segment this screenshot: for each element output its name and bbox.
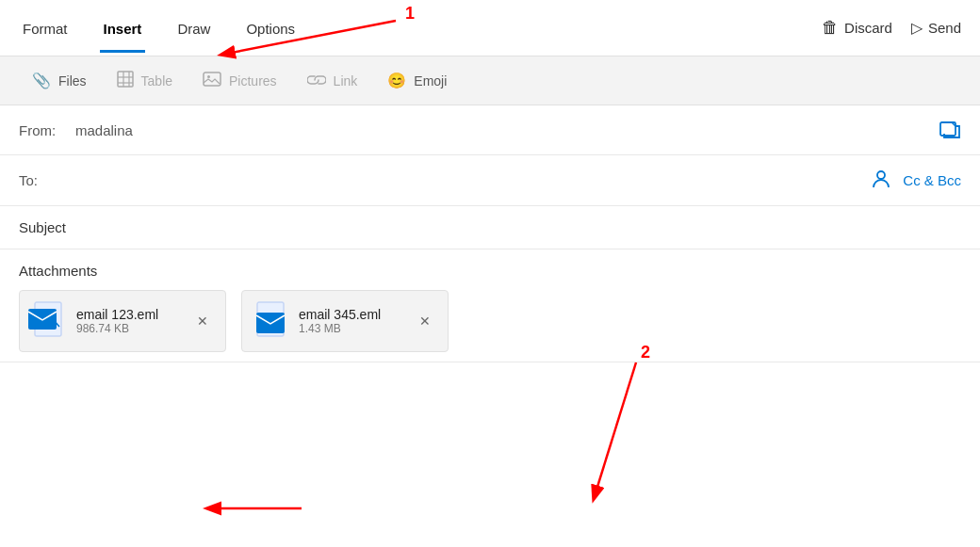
from-value: madalina [75,122,939,138]
cc-bcc-label[interactable]: Cc & Bcc [903,172,961,188]
attachment-info: email 345.eml 1.43 MB [299,307,397,335]
send-button[interactable]: ▷ Send [911,19,961,37]
svg-rect-12 [256,313,285,333]
emoji-label: Emoji [414,73,447,88]
link-label: Link [334,73,358,88]
toolbar: 📎 Files Table Pictures [0,56,980,105]
emoji-icon: 😊 [387,72,406,89]
discard-label: Discard [844,20,892,36]
svg-line-15 [594,362,636,499]
files-label: Files [58,73,87,88]
link-button[interactable]: Link [294,65,371,97]
discard-icon: 🗑 [822,18,839,38]
tab-format[interactable]: Format [19,4,72,53]
nav-bar: Format Insert Draw Options 🗑 Discard ▷ S… [0,0,980,56]
attachment-size: 986.74 KB [76,322,174,335]
attachments-section: Attachments [0,249,980,362]
attachment-file-icon [33,300,67,342]
pictures-icon [203,71,221,91]
attachment-name: email 345.eml [299,307,397,322]
files-icon: 📎 [32,72,51,89]
nav-actions: 🗑 Discard ▷ Send [822,18,961,38]
attachment-close-button[interactable]: ✕ [193,310,212,332]
to-label: To: [19,172,75,188]
svg-rect-0 [118,72,133,87]
attachment-size: 1.43 MB [299,322,397,335]
tab-insert[interactable]: Insert [100,4,146,53]
send-label: Send [928,20,961,36]
pictures-label: Pictures [229,73,277,88]
svg-point-6 [207,75,210,78]
files-button[interactable]: 📎 Files [19,64,100,97]
person-icon[interactable] [871,169,891,192]
from-label: From: [19,122,75,138]
attachment-item: email 123.eml 986.74 KB ✕ [19,290,226,352]
subject-label: Subject [19,219,66,235]
attachment-close-button[interactable]: ✕ [416,310,434,332]
attachments-label: Attachments [19,263,961,279]
nav-tabs: Format Insert Draw Options [19,4,822,53]
svg-point-8 [877,171,885,179]
discard-button[interactable]: 🗑 Discard [822,18,892,38]
email-form: From: madalina To: Cc & Bcc Subject [0,105,980,362]
svg-rect-11 [28,309,57,330]
to-actions: Cc & Bcc [871,169,961,192]
table-icon [117,71,134,91]
from-field: From: madalina [0,105,980,155]
from-action[interactable] [939,119,961,141]
attachment-name: email 123.eml [76,307,174,322]
tab-draw[interactable]: Draw [173,4,214,53]
attachment-item: email 345.eml 1.43 MB ✕ [241,290,449,352]
send-icon: ▷ [911,19,923,37]
tab-options[interactable]: Options [242,4,299,53]
pictures-button[interactable]: Pictures [189,63,290,99]
table-label: Table [141,73,172,88]
to-field: To: Cc & Bcc [0,155,980,206]
emoji-button[interactable]: 😊 Emoji [374,64,460,97]
attachment-file-icon [255,300,289,342]
attachments-list: email 123.eml 986.74 KB ✕ [19,290,961,352]
attachment-info: email 123.eml 986.74 KB [76,307,174,335]
svg-rect-5 [204,72,220,86]
link-icon [307,72,326,89]
table-button[interactable]: Table [104,63,186,99]
subject-field[interactable]: Subject [0,206,980,249]
